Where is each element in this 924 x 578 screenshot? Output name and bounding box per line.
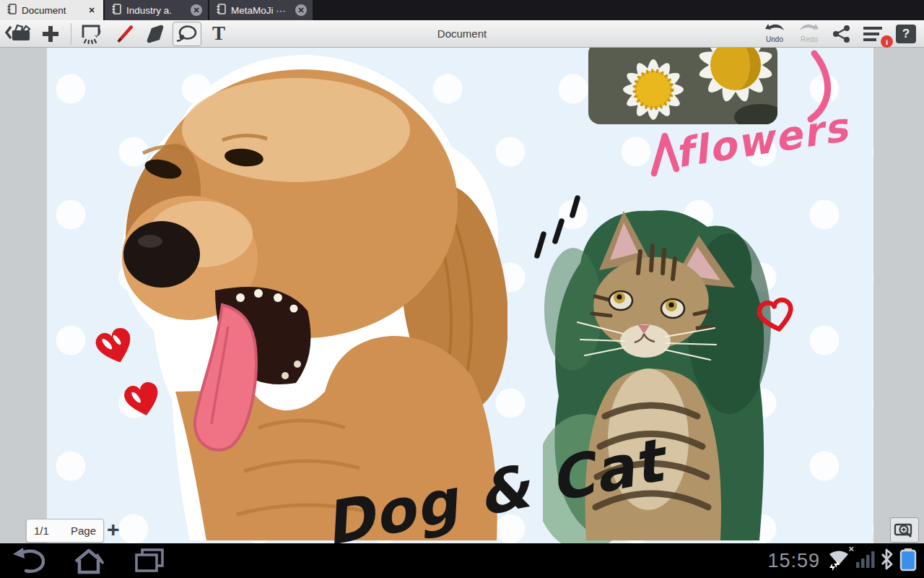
add-page-button[interactable]: + bbox=[107, 517, 120, 542]
page-indicator[interactable]: 1/1 Page bbox=[26, 519, 104, 543]
share-icon bbox=[832, 25, 851, 43]
back-to-library-button[interactable] bbox=[4, 22, 33, 46]
wifi-x-badge: × bbox=[848, 543, 854, 554]
status-clock: 15:59 bbox=[767, 550, 820, 572]
snapshot-icon bbox=[80, 23, 103, 45]
daisy-photo[interactable] bbox=[587, 48, 780, 126]
tab-metamoji[interactable]: MetaMoJi ··· ✕ bbox=[209, 0, 313, 20]
tab-industry[interactable]: Industry a. ✕ bbox=[105, 0, 208, 20]
help-icon: ? bbox=[896, 25, 916, 43]
lasso-tool-button[interactable] bbox=[173, 22, 201, 46]
toolbar: Document bbox=[0, 20, 924, 48]
eraser-tool-button[interactable] bbox=[141, 22, 170, 46]
close-tab-icon[interactable]: ✕ bbox=[295, 4, 307, 16]
tab-label: Document bbox=[22, 5, 81, 16]
signal-bars-icon bbox=[856, 549, 875, 572]
tab-document[interactable]: Document ✕ bbox=[0, 0, 103, 20]
redo-button[interactable]: Redo bbox=[794, 22, 824, 46]
zoom-button[interactable] bbox=[890, 517, 919, 543]
close-tab-icon[interactable]: ✕ bbox=[191, 4, 202, 16]
notebook-icon bbox=[217, 4, 226, 17]
info-badge: i bbox=[881, 35, 893, 48]
bluetooth-icon bbox=[880, 548, 894, 573]
text-tool-icon: T bbox=[212, 22, 225, 45]
undo-button[interactable]: Undo bbox=[759, 22, 790, 46]
page-number: 1/1 bbox=[34, 525, 49, 537]
help-button[interactable]: ? bbox=[892, 22, 920, 46]
home-nav-icon bbox=[72, 547, 105, 574]
add-item-button[interactable] bbox=[36, 22, 65, 46]
menu-button[interactable]: i bbox=[859, 22, 888, 46]
back-pages-icon bbox=[5, 24, 32, 44]
heart-outline[interactable] bbox=[752, 298, 801, 347]
recents-nav-icon bbox=[133, 547, 166, 574]
red-hearts[interactable] bbox=[85, 321, 165, 465]
battery-icon bbox=[899, 547, 917, 574]
eraser-icon bbox=[144, 24, 166, 44]
pen-tool-button[interactable] bbox=[109, 22, 138, 46]
accent-dashes[interactable] bbox=[527, 189, 588, 262]
notebook-icon bbox=[112, 4, 121, 17]
tab-label: MetaMoJi ··· bbox=[231, 5, 290, 16]
canvas-area: flowers Dog & Cat 1/1 Page + bbox=[0, 48, 924, 543]
android-system-bar: 15:59 × bbox=[0, 543, 924, 578]
back-nav-icon bbox=[12, 547, 45, 574]
lasso-icon bbox=[175, 23, 199, 45]
nav-home-button[interactable] bbox=[72, 545, 105, 576]
notebook-icon bbox=[7, 4, 17, 17]
snapshot-tool-button[interactable] bbox=[77, 22, 106, 46]
tab-label: Industry a. bbox=[126, 5, 186, 16]
plus-icon bbox=[41, 25, 60, 43]
close-tab-icon[interactable]: ✕ bbox=[86, 4, 97, 16]
wifi-icon: × bbox=[827, 548, 851, 574]
text-tool-button[interactable]: T bbox=[204, 22, 233, 46]
tab-bar: Document ✕ Industry a. ✕ MetaMoJi ··· ✕ bbox=[0, 0, 924, 20]
share-button[interactable] bbox=[829, 22, 855, 46]
nav-recents-button[interactable] bbox=[133, 545, 166, 576]
toolbar-separator bbox=[71, 23, 71, 45]
page-label: Page bbox=[71, 525, 96, 537]
pen-icon bbox=[113, 23, 134, 45]
metamoji-note-app: Document ✕ Industry a. ✕ MetaMoJi ··· ✕ … bbox=[0, 0, 924, 578]
nav-back-button[interactable] bbox=[12, 545, 45, 576]
zoom-magnifier-icon bbox=[894, 522, 915, 539]
